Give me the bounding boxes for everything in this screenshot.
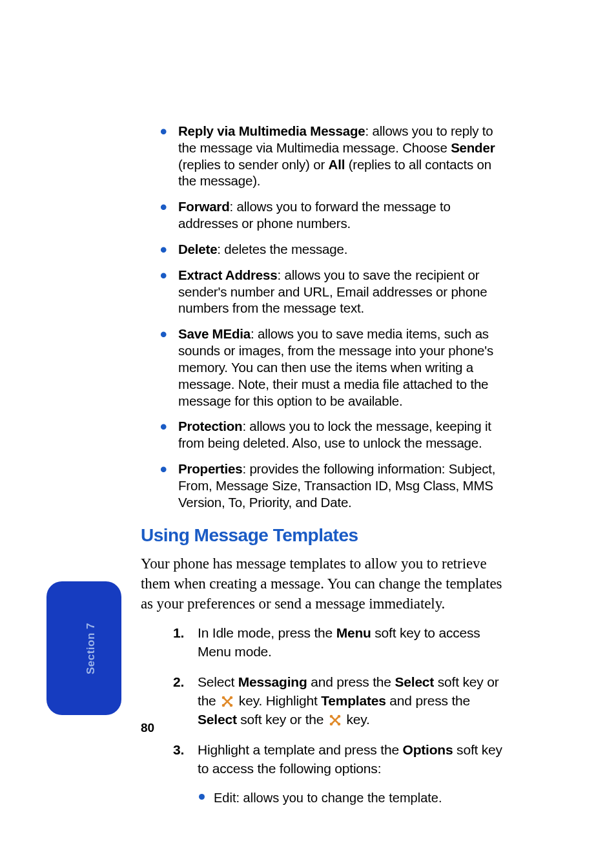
option-extract-address: Extract Address: allows you to save the … bbox=[152, 267, 509, 317]
step-2: 2. Select Messaging and press the Select… bbox=[141, 673, 509, 729]
sub-option-edit: Edit: allows you to change the template. bbox=[141, 789, 509, 806]
option-term: Extract Address bbox=[178, 267, 277, 282]
section-tab: Section 7 bbox=[46, 581, 121, 715]
option-protection: Protection: allows you to lock the messa… bbox=[152, 418, 509, 452]
option-forward: Forward: allows you to forward the messa… bbox=[152, 198, 509, 232]
step-text: soft key or the bbox=[237, 712, 327, 727]
option-term: Reply via Multimedia Message bbox=[178, 123, 365, 138]
option-term: Protection bbox=[178, 419, 242, 433]
option-save-media: Save MEdia: allows you to save media ite… bbox=[152, 326, 509, 409]
step-bold: Select bbox=[395, 674, 434, 689]
page-number: 80 bbox=[141, 721, 154, 735]
step-bold: Menu bbox=[336, 625, 371, 640]
option-bold: Sender bbox=[451, 140, 495, 155]
step-3: 3. Highlight a template and press the Op… bbox=[141, 741, 509, 778]
ordered-steps: 1. In Idle mode, press the Menu soft key… bbox=[141, 624, 509, 778]
option-properties: Properties: provides the following infor… bbox=[152, 461, 509, 510]
option-term: Save MEdia bbox=[178, 326, 251, 341]
step-text: and press the bbox=[307, 674, 395, 689]
step-marker: 1. bbox=[173, 624, 184, 643]
step-text: key. bbox=[343, 712, 370, 727]
step-marker: 2. bbox=[173, 673, 184, 692]
option-bold: All bbox=[329, 157, 345, 172]
nav-key-icon bbox=[221, 695, 234, 708]
step-text: In Idle mode, press the bbox=[198, 625, 336, 640]
option-term: Properties bbox=[178, 461, 242, 476]
page-content: Reply via Multimedia Message: allows you… bbox=[141, 123, 509, 806]
step-text: key. Highlight bbox=[235, 693, 321, 708]
step-bold: Options bbox=[403, 742, 453, 757]
option-delete: Delete: deletes the message. bbox=[152, 241, 509, 258]
option-reply-mms: Reply via Multimedia Message: allows you… bbox=[152, 123, 509, 189]
step-bold: Messaging bbox=[238, 674, 307, 689]
intro-paragraph: Your phone has message templates to allo… bbox=[141, 554, 509, 614]
option-text: : deletes the message. bbox=[217, 242, 347, 256]
option-term: Forward bbox=[178, 199, 229, 214]
step-marker: 3. bbox=[173, 741, 184, 760]
step-bold: Templates bbox=[321, 693, 386, 708]
option-text: (replies to sender only) or bbox=[178, 157, 329, 172]
section-heading: Using Message Templates bbox=[141, 525, 509, 546]
sub-option-text: Edit: allows you to change the template. bbox=[214, 791, 442, 805]
nav-key-icon bbox=[329, 714, 342, 727]
options-bullet-list: Reply via Multimedia Message: allows you… bbox=[141, 123, 509, 511]
step-text: Select bbox=[198, 674, 238, 689]
step-text: and press the bbox=[386, 693, 470, 708]
section-tab-label: Section 7 bbox=[85, 622, 98, 674]
option-term: Delete bbox=[178, 242, 217, 256]
step-bold: Select bbox=[198, 712, 237, 727]
step-text: Highlight a template and press the bbox=[198, 742, 403, 757]
step-1: 1. In Idle mode, press the Menu soft key… bbox=[141, 624, 509, 661]
